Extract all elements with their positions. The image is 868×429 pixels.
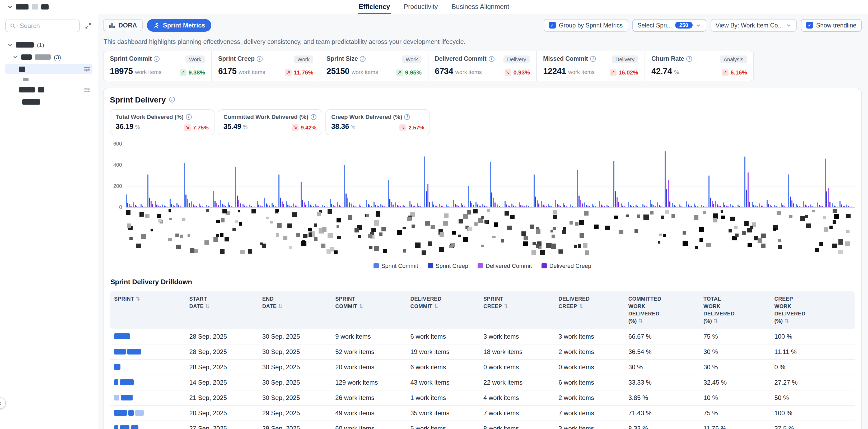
bar xyxy=(304,202,305,207)
tree-item-selected[interactable] xyxy=(5,64,92,74)
info-icon[interactable] xyxy=(169,97,175,102)
table-cell: 7 work items xyxy=(554,405,624,421)
redacted-axis-label xyxy=(583,243,588,247)
bar-group xyxy=(235,167,241,207)
redacted-axis-label xyxy=(789,215,793,218)
table-row[interactable]: 28 Sep, 202530 Sep, 20259 work items6 wo… xyxy=(110,329,855,344)
bar xyxy=(457,205,458,207)
search-box[interactable] xyxy=(5,20,80,32)
bar-group xyxy=(526,205,532,207)
show-trendline-checkbox[interactable]: Show trendline xyxy=(801,19,862,31)
tree-item[interactable] xyxy=(5,97,92,107)
column-header-start-date[interactable]: STARTDATE⇅ xyxy=(185,291,258,329)
tab-efficiency[interactable]: Efficiency xyxy=(359,0,390,14)
bar xyxy=(393,204,394,207)
info-icon[interactable] xyxy=(489,56,495,62)
tree-item[interactable] xyxy=(5,85,92,95)
tree-item[interactable]: (1) xyxy=(5,40,92,50)
redacted-axis-label xyxy=(289,246,292,249)
chart-plot-area xyxy=(126,144,855,207)
info-icon[interactable] xyxy=(257,56,262,62)
redacted-axis-label xyxy=(694,215,699,220)
redacted-axis-label xyxy=(301,240,305,244)
tree-item[interactable]: (3) xyxy=(5,52,92,62)
table-row[interactable]: 28 Sep, 202530 Sep, 202552 work items19 … xyxy=(110,344,855,359)
bar xyxy=(283,204,284,207)
chevron-down-icon xyxy=(695,23,701,28)
sliders-icon[interactable] xyxy=(84,66,90,71)
column-header-end-date[interactable]: ENDDATE⇅ xyxy=(258,291,331,329)
trend-up-icon: ↗ xyxy=(722,69,728,76)
dora-button[interactable]: DORA xyxy=(103,19,143,31)
table-row[interactable]: 20 Sep, 202529 Sep, 202549 work items35 … xyxy=(110,405,855,421)
redacted-axis-label xyxy=(428,241,432,246)
group-by-sprint-metrics-checkbox[interactable]: Group by Sprint Metrics xyxy=(544,19,628,31)
sort-icon[interactable]: ⇅ xyxy=(639,318,643,324)
workspace-switcher[interactable] xyxy=(7,4,49,9)
legend-label: Sprint Commit xyxy=(381,262,418,269)
info-icon[interactable] xyxy=(360,56,366,62)
table-row[interactable]: 27 Sep, 202529 Sep, 202560 work items5 w… xyxy=(110,421,855,429)
column-header-committed-work-delivered[interactable]: COMMITTEDWORKDELIVERED(%)⇅ xyxy=(624,291,699,329)
table-cell: 5 work items xyxy=(406,421,479,429)
redacted-axis-label xyxy=(309,233,312,237)
table-row[interactable]: 21 Sep, 202530 Sep, 202526 work items1 w… xyxy=(110,390,855,405)
expand-sidebar-button[interactable] xyxy=(84,22,92,30)
info-icon[interactable] xyxy=(590,56,596,62)
column-header-sprint-creep[interactable]: SPRINTCREEP⇅ xyxy=(479,291,554,329)
column-header-delivered-commit[interactable]: DELIVEREDCOMMIT⇅ xyxy=(406,291,479,329)
metric-card: Sprint SizeWork25150work items↗9.95% xyxy=(320,51,429,81)
legend-item[interactable]: Sprint Creep xyxy=(428,262,468,269)
tab-business-alignment[interactable]: Business Alignment xyxy=(452,0,509,14)
table-cell: 30 Sep, 2025 xyxy=(258,359,331,375)
sort-icon[interactable]: ⇅ xyxy=(136,296,140,301)
sort-icon[interactable]: ⇅ xyxy=(205,303,210,309)
info-icon[interactable] xyxy=(154,56,159,62)
info-icon[interactable] xyxy=(186,114,191,120)
sort-icon[interactable]: ⇅ xyxy=(359,303,364,309)
column-header-sprint-commit[interactable]: SPRINTCOMMIT⇅ xyxy=(331,291,406,329)
info-icon[interactable] xyxy=(686,56,692,62)
redacted-axis-label xyxy=(494,223,498,227)
info-icon[interactable] xyxy=(310,114,316,120)
view-by-dropdown[interactable]: View By: Work Item Co... xyxy=(710,19,797,31)
redacted-axis-label xyxy=(735,233,739,237)
search-input[interactable] xyxy=(19,22,75,30)
bar xyxy=(668,179,669,207)
sort-icon[interactable]: ⇅ xyxy=(713,318,718,324)
sprint-metrics-button[interactable]: Sprint Metrics xyxy=(147,19,212,31)
sort-icon[interactable]: ⇅ xyxy=(504,303,508,309)
table-cell: 30 Sep, 2025 xyxy=(258,390,331,405)
metric-unit: work items xyxy=(568,69,595,75)
table-cell: 75 % xyxy=(699,329,770,344)
tree-item-count: (1) xyxy=(37,41,44,48)
table-cell: 14 Sep, 2025 xyxy=(185,375,258,390)
legend-item[interactable]: Sprint Commit xyxy=(373,262,418,269)
column-header-total-work-delivered[interactable]: TOTALWORKDELIVERED(%)⇅ xyxy=(699,291,770,329)
sort-icon[interactable]: ⇅ xyxy=(278,303,283,309)
metric-card-title: Delivered Commit xyxy=(435,56,487,62)
legend-item[interactable]: Delivered Commit xyxy=(478,262,532,269)
column-header-delivered-creep[interactable]: DELIVEREDCREEP⇅ xyxy=(554,291,624,329)
sprint-name-cell xyxy=(110,390,185,405)
sliders-icon[interactable] xyxy=(84,87,90,92)
info-icon[interactable] xyxy=(404,114,410,120)
checkbox-checked-icon xyxy=(806,22,813,29)
table-row[interactable]: 14 Sep, 202530 Sep, 2025129 work items43… xyxy=(110,375,855,390)
bar xyxy=(287,204,288,207)
sort-icon[interactable]: ⇅ xyxy=(579,303,583,309)
redacted-axis-label xyxy=(521,232,525,236)
tab-productivity[interactable]: Productivity xyxy=(404,0,438,14)
column-header-creep-work-delivered[interactable]: CREEPWORKDELIVERED(%)⇅ xyxy=(770,291,855,329)
redacted-axis-label xyxy=(507,225,512,230)
bar-group xyxy=(388,179,394,207)
sort-icon[interactable]: ⇅ xyxy=(784,318,789,324)
sort-icon[interactable]: ⇅ xyxy=(434,303,438,309)
legend-item[interactable]: Delivered Creep xyxy=(541,262,591,269)
redacted-axis-label xyxy=(578,244,581,248)
bar-group xyxy=(723,202,728,207)
table-row[interactable]: 28 Sep, 202530 Sep, 202520 work items6 w… xyxy=(110,359,855,375)
tree-item[interactable] xyxy=(5,76,92,83)
select-sprints-dropdown[interactable]: Select Spri... 250 xyxy=(632,19,706,31)
column-header-sprint[interactable]: SPRINT⇅ xyxy=(110,291,185,329)
